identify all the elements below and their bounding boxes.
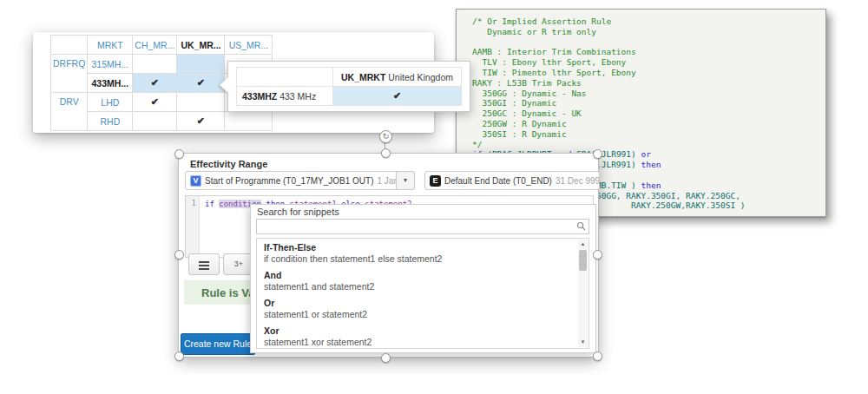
matrix-cell[interactable]: ✔ — [177, 112, 225, 131]
code-line: 350GG : Dynamic - Nas — [472, 89, 822, 99]
selection-handle-bottom-right[interactable] — [593, 351, 602, 361]
list-icon — [199, 261, 209, 272]
dialog-title: Effectivity Range — [190, 159, 267, 169]
tooltip-row-header: 433MHZ 433 MHz — [237, 87, 333, 106]
matrix-column-header-2[interactable]: UK_MR... — [177, 36, 225, 55]
code-line: 350SI : R Dynamic — [472, 129, 822, 140]
version-icon: V — [190, 175, 201, 187]
matrix-cell[interactable] — [225, 112, 273, 131]
scroll-up-icon[interactable]: ▲ — [578, 240, 588, 249]
snippet-list-button[interactable] — [188, 253, 220, 275]
selection-handle-top-right[interactable] — [593, 149, 602, 159]
matrix-row-group[interactable]: DRFRQ — [51, 55, 88, 93]
code-line: TLV : Ebony lthr Sport, Ebony — [472, 57, 822, 68]
tooltip-column-desc: United Kingdom — [385, 72, 453, 82]
tooltip-check-cell: ✔ — [333, 87, 462, 106]
matrix-corner-cell — [51, 36, 88, 55]
snippet-desc: statement1 xor statement2 — [264, 337, 575, 348]
snippet-desc: statement1 or statement2 — [264, 309, 575, 320]
code-line: RAKY : L53B Trim Packs — [472, 78, 822, 89]
code-line — [472, 37, 822, 48]
snippet-item[interactable]: Xorstatement1 xor statement2 — [264, 325, 575, 348]
snippet-title: Or — [264, 298, 575, 309]
rotate-handle[interactable]: ↻ — [379, 130, 392, 143]
code-line: 250GW : R Dynamic — [472, 119, 822, 129]
snippet-title: And — [264, 270, 575, 281]
start-date-label: Start of Programme (T0_17MY_JOB1 OUT) — [205, 176, 374, 186]
snippets-popup-label: Search for snippets — [257, 207, 339, 217]
code-line: 350GI : Dynamic — [472, 98, 822, 108]
matrix-column-header-1[interactable]: CH_MR... — [133, 36, 177, 55]
end-date-value: 31 Dec 9999 — [556, 176, 600, 186]
matrix-column-header-3[interactable]: US_MR... — [225, 36, 273, 55]
snippet-scrollbar[interactable]: ▲ ▼ — [578, 240, 588, 347]
matrix-feature-label[interactable]: RHD — [88, 112, 133, 131]
matrix-feature-label[interactable]: LHD — [88, 93, 133, 112]
snippet-list: If-Then-Elseif condition then statement1… — [256, 238, 589, 349]
matrix-cell[interactable] — [133, 112, 177, 131]
selection-handle-bottom-left[interactable] — [174, 351, 184, 361]
matrix-cell[interactable] — [177, 93, 225, 112]
tooltip-row-desc: 433 MHz — [277, 91, 316, 102]
code-line: Dynamic or R trim only — [472, 27, 822, 37]
scroll-down-icon[interactable]: ▼ — [578, 338, 588, 347]
start-date-field[interactable]: V Start of Programme (T0_17MY_JOB1 OUT) … — [185, 171, 401, 190]
code-line: */ — [472, 140, 822, 150]
matrix-feature-label[interactable]: 433MH... — [88, 74, 133, 93]
matrix-row-group[interactable]: DRV — [51, 93, 88, 131]
start-date-dropdown-button[interactable]: ▾ — [396, 171, 415, 190]
matrix-cell[interactable]: ✔ — [177, 74, 225, 93]
matrix-cell[interactable]: ✔ — [133, 74, 177, 93]
matrix-cell[interactable] — [177, 55, 225, 74]
snippet-desc: statement1 and statement2 — [264, 281, 575, 292]
matrix-feature-label[interactable]: 315MH... — [88, 55, 133, 74]
code-line: AAMB : Interior Trim Combinations — [472, 47, 822, 57]
matrix-cell[interactable]: ✔ — [133, 93, 177, 112]
snippet-title: Xor — [264, 325, 575, 337]
end-date-field[interactable]: E Default End Date (T0_END) 31 Dec 9999 — [424, 171, 600, 190]
tooltip-arrow — [220, 77, 228, 93]
search-icon — [576, 221, 586, 231]
code-line: 250GC : Dynamic - UK — [472, 108, 822, 119]
scrollbar-thumb[interactable] — [579, 250, 587, 271]
snippet-desc: if condition then statement1 else statem… — [264, 253, 575, 265]
line-number: 1 — [186, 199, 199, 207]
snippet-items: If-Then-Elseif condition then statement1… — [264, 242, 575, 349]
snippet-title: If-Then-Else — [264, 242, 575, 253]
tooltip-corner-cell — [237, 68, 333, 87]
matrix-column-header-0[interactable]: MRKT — [88, 36, 133, 55]
code-line: /* Or Implied Assertion Rule — [472, 16, 822, 27]
snippet-search-input[interactable] — [256, 219, 589, 234]
end-date-icon: E — [430, 175, 441, 187]
tooltip-column-code: UK_MRKT — [341, 72, 385, 82]
code-line: TIW : Pimento lthr Sport, Ebony — [472, 68, 822, 78]
cell-tooltip: UK_MRKT United Kingdom 433MHZ 433 MHz ✔ — [227, 61, 470, 112]
effectivity-range-dialog: Effectivity Range V Start of Programme (… — [178, 153, 599, 358]
selection-handle-top-left[interactable] — [174, 149, 184, 159]
snippet-item[interactable]: Orstatement1 or statement2 — [264, 298, 575, 320]
matrix-cell[interactable] — [133, 55, 177, 74]
create-new-rule-button[interactable]: Create new Rule — [181, 333, 255, 355]
selection-handle-right[interactable] — [593, 250, 602, 259]
selection-handle-top-center[interactable] — [381, 148, 391, 158]
tooltip-table: UK_MRKT United Kingdom 433MHZ 433 MHz ✔ — [236, 67, 462, 106]
tooltip-row-code: 433MHZ — [242, 91, 277, 102]
snippet-item[interactable]: If-Then-Elseif condition then statement1… — [264, 242, 575, 265]
end-date-label: Default End Date (T0_END) — [444, 176, 552, 186]
snippets-popup: Search for snippets If-Then-Elseif condi… — [250, 204, 596, 353]
tooltip-column-header: UK_MRKT United Kingdom — [333, 68, 462, 87]
selection-handle-left[interactable] — [174, 250, 184, 259]
snippet-item[interactable]: Andstatement1 and statement2 — [264, 270, 575, 292]
screenshot-stage: /* Or Implied Assertion Rule Dynamic or … — [0, 0, 868, 394]
editor-gutter: 1 — [186, 196, 200, 257]
selection-handle-bottom-center[interactable] — [381, 353, 391, 363]
